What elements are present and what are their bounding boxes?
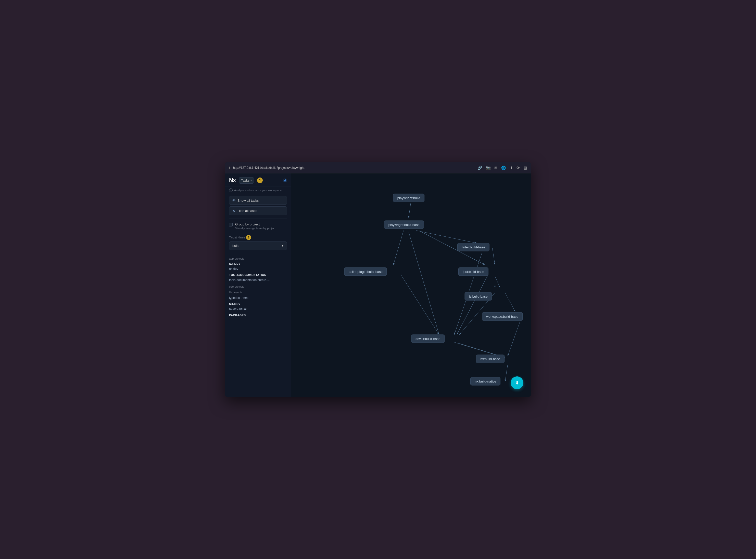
target-select[interactable]: build ▾ xyxy=(229,242,287,250)
node-workspace-build-base[interactable]: workspace:build-base xyxy=(482,312,522,320)
svg-line-15 xyxy=(454,342,500,356)
sidebar-info: i Analyse and visualize your workspace. xyxy=(225,186,291,194)
project-item-typedoc[interactable]: typedoc-theme xyxy=(229,295,287,300)
group-by-project-checkbox[interactable] xyxy=(229,223,232,226)
camera-icon[interactable]: 📷 xyxy=(486,165,491,170)
svg-line-5 xyxy=(408,232,439,335)
info-circle-icon: i xyxy=(229,188,232,192)
project-item-nx-dev-util-ai[interactable]: nx-dev-util-ai xyxy=(229,307,287,312)
monitor-icon[interactable]: 🖥 xyxy=(282,178,287,183)
divider-1 xyxy=(229,219,287,219)
svg-line-11 xyxy=(457,276,487,335)
group-by-project: Group by project Visually arrange tasks … xyxy=(225,220,291,232)
target-name-label-row: Target Name 2 xyxy=(229,235,287,240)
refresh-icon[interactable]: ⟳ xyxy=(516,165,520,170)
sidebar-action-buttons: ◎ Show all tasks ⊗ Hide all tasks xyxy=(225,194,291,217)
svg-line-1 xyxy=(408,200,411,218)
svg-line-14 xyxy=(508,320,520,356)
group-by-project-label: Group by project xyxy=(235,222,276,226)
eye-icon: ◎ xyxy=(232,198,236,202)
browser-action-icons: 🔗 📷 ✉ 🌐 ⬆ ⟳ ▤ xyxy=(477,165,527,170)
target-name-text: Target Name xyxy=(229,236,245,239)
download-icon: ⬇ xyxy=(515,380,519,386)
e2e-projects-category: e2e projects xyxy=(229,285,287,288)
node-jest-build-base[interactable]: jest:build-base xyxy=(458,268,488,276)
project-group-nx-dev: NX-DEV xyxy=(229,262,287,265)
node-eslint-plugin-build-base[interactable]: eslint-plugin:build-base xyxy=(344,268,387,276)
download-button[interactable]: ⬇ xyxy=(511,376,524,389)
step2-badge: 2 xyxy=(246,235,251,240)
sidebar: Nx Tasks ▾ 1 🖥 i Analyse and visualize y… xyxy=(225,173,291,397)
show-all-tasks-button[interactable]: ◎ Show all tasks xyxy=(229,196,287,205)
link-icon[interactable]: 🔗 xyxy=(477,165,482,170)
target-select-value: build xyxy=(232,244,239,248)
svg-line-3 xyxy=(393,230,403,265)
layout-icon[interactable]: ▤ xyxy=(524,165,527,170)
node-js-build-base[interactable]: js:build-base xyxy=(465,292,492,300)
group-by-project-sublabel: Visually arrange tasks by project. xyxy=(235,227,276,230)
svg-line-13 xyxy=(505,293,515,312)
main-graph: playwright:build playwright:build-base l… xyxy=(291,173,531,397)
globe-icon[interactable]: 🌐 xyxy=(501,165,506,170)
svg-line-10 xyxy=(495,276,500,288)
lib-projects-category: lib projects xyxy=(229,291,287,294)
node-playwright-build[interactable]: playwright:build xyxy=(393,194,425,202)
eye-off-icon: ⊗ xyxy=(232,208,236,213)
group-by-project-text: Group by project Visually arrange tasks … xyxy=(235,222,276,230)
projects-section: app projects NX-DEV nx-dev TOOLS/DOCUMEN… xyxy=(225,251,291,319)
nx-logo: Nx xyxy=(229,177,236,184)
chevron-down-icon: ▾ xyxy=(250,179,252,182)
tasks-dropdown[interactable]: Tasks ▾ xyxy=(239,177,254,184)
sidebar-info-text: Analyse and visualize your workspace. xyxy=(234,189,282,192)
node-nx-build-base[interactable]: nx:build-base xyxy=(476,355,505,363)
project-group-nx-dev-2: NX-DEV xyxy=(229,303,287,306)
upload-icon[interactable]: ⬆ xyxy=(510,165,513,170)
node-nx-build-native[interactable]: nx:build-native xyxy=(470,377,501,385)
project-group-tools-docs: TOOLS/DOCUMENTATION xyxy=(229,273,287,276)
project-group-packages: PACKAGES xyxy=(229,314,287,317)
mail-icon[interactable]: ✉ xyxy=(494,165,497,170)
hide-all-tasks-button[interactable]: ⊗ Hide all tasks xyxy=(229,206,287,215)
sidebar-header: Nx Tasks ▾ 1 🖥 xyxy=(225,173,291,186)
app-projects-category: app projects xyxy=(229,257,287,260)
info-icon: i xyxy=(229,166,230,170)
svg-line-2 xyxy=(416,230,477,243)
svg-line-17 xyxy=(505,365,508,382)
node-linter-build-base[interactable]: linter:build-base xyxy=(458,243,490,251)
node-playwright-build-base[interactable]: playwright:build-base xyxy=(384,221,424,229)
select-chevron-icon: ▾ xyxy=(282,244,284,248)
project-item-tools-docs[interactable]: tools-documentation-create-... xyxy=(229,277,287,283)
project-item-nx-dev[interactable]: nx-dev xyxy=(229,266,287,271)
node-devkit-build-base[interactable]: devkit:build-base xyxy=(411,335,445,343)
graph-svg xyxy=(291,173,531,397)
svg-line-9 xyxy=(401,275,439,335)
step1-badge: 1 xyxy=(257,178,263,183)
browser-window: i http://127.0.0.1:4211/tasks/build?proj… xyxy=(225,162,531,397)
app-body: Nx Tasks ▾ 1 🖥 i Analyse and visualize y… xyxy=(225,173,531,397)
hide-all-tasks-label: Hide all tasks xyxy=(238,209,257,213)
browser-url: http://127.0.0.1:4211/tasks/build?projec… xyxy=(233,166,474,170)
svg-line-6 xyxy=(492,248,495,265)
tasks-dropdown-label: Tasks xyxy=(241,179,249,182)
show-all-tasks-label: Show all tasks xyxy=(238,199,259,202)
browser-toolbar: i http://127.0.0.1:4211/tasks/build?proj… xyxy=(225,162,531,173)
target-name-section: Target Name 2 build ▾ xyxy=(225,232,291,251)
